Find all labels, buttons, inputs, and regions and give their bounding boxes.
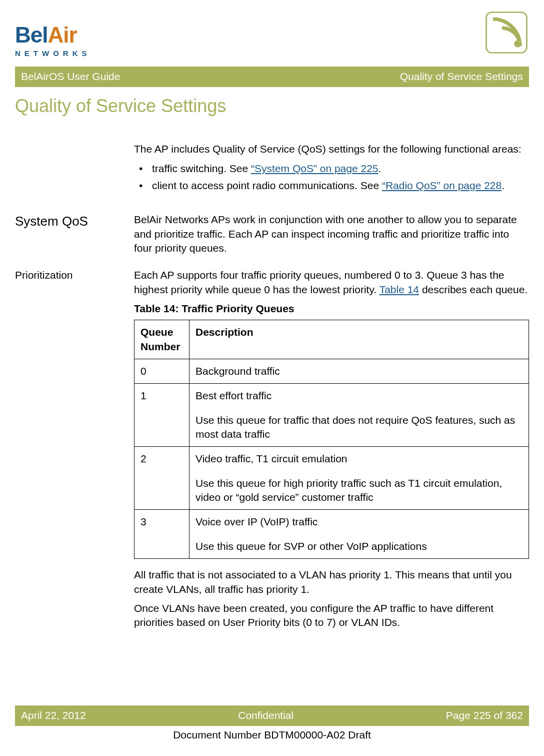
bullet-2-pre: client to access point radio communicati… (152, 180, 382, 191)
bullet-1-pre: traffic switching. See (152, 163, 251, 174)
th-queue-number: Queue Number (134, 320, 190, 359)
page-title: Quality of Service Settings (15, 94, 529, 119)
priority-queues-table: Queue Number Description 0 Background tr… (134, 320, 529, 559)
footer-docnum: Document Number BDTM00000-A02 Draft (0, 728, 544, 742)
cell-queue-num: 1 (134, 384, 190, 447)
footer-date: April 22, 2012 (21, 708, 86, 722)
intro-text: The AP includes Quality of Service (QoS)… (134, 142, 529, 156)
bullet-traffic-switching: traffic switching. See “System QoS” on p… (134, 162, 529, 176)
intro-bullets: traffic switching. See “System QoS” on p… (134, 162, 529, 193)
cell-desc: Voice over IP (VoIP) traffic Use this qu… (190, 510, 529, 559)
table-header-row: Queue Number Description (134, 320, 529, 359)
cell-desc-main: Background traffic (196, 365, 280, 377)
cell-desc: Video traffic, T1 circuit emulation Use … (190, 447, 529, 510)
prioritization-post: describes each queue. (419, 284, 528, 295)
cell-desc-main: Video traffic, T1 circuit emulation (196, 453, 348, 464)
table-caption: Table 14: Traffic Priority Queues (134, 302, 529, 316)
page-footer: April 22, 2012 Confidential Page 225 of … (0, 705, 544, 742)
after-table-p2: Once VLANs have been created, you config… (134, 601, 529, 630)
logo-brand: BelAir (15, 20, 91, 50)
after-table-p1: All traffic that is not associated to a … (134, 568, 529, 596)
cell-desc-main: Voice over IP (VoIP) traffic (196, 516, 318, 527)
header-left: BelAirOS User Guide (21, 70, 120, 84)
table-row: 2 Video traffic, T1 circuit emulation Us… (134, 447, 529, 510)
footer-page: Page 225 of 362 (446, 708, 523, 722)
page-header: BelAir NETWORKS (0, 0, 544, 67)
header-right: Quality of Service Settings (400, 70, 523, 84)
cell-queue-num: 0 (134, 359, 190, 384)
svg-point-1 (514, 40, 521, 47)
heading-prioritization: Prioritization (15, 268, 124, 282)
logo-part1: Bel (15, 23, 48, 47)
link-table-14[interactable]: Table 14 (380, 284, 419, 295)
prioritization-text: Each AP supports four traffic priority q… (134, 268, 529, 297)
logo: BelAir NETWORKS (15, 20, 91, 59)
cell-desc: Background traffic (190, 359, 529, 384)
logo-part2: Air (48, 23, 76, 47)
content: The AP includes Quality of Service (QoS)… (0, 142, 544, 634)
svg-rect-0 (486, 13, 527, 53)
footer-bar: April 22, 2012 Confidential Page 225 of … (15, 705, 529, 725)
cell-desc-sub: Use this queue for high priority traffic… (196, 476, 522, 505)
bullet-2-post: . (502, 180, 504, 191)
link-radio-qos[interactable]: “Radio QoS” on page 228 (382, 180, 502, 191)
header-bar: BelAirOS User Guide Quality of Service S… (15, 67, 529, 87)
table-row: 0 Background traffic (134, 359, 529, 384)
bullet-client-radio: client to access point radio communicati… (134, 179, 529, 193)
logo-sub: NETWORKS (15, 49, 91, 59)
bullet-1-post: . (378, 163, 382, 174)
footer-confidential: Confidential (238, 708, 294, 722)
system-qos-text: BelAir Networks APs work in conjunction … (134, 213, 529, 255)
wifi-emblem-icon (484, 10, 529, 59)
table-row: 1 Best effort traffic Use this queue for… (134, 384, 529, 447)
th-description: Description (190, 320, 529, 359)
cell-desc: Best effort traffic Use this queue for t… (190, 384, 529, 447)
cell-desc-sub: Use this queue for traffic that does not… (196, 413, 522, 442)
cell-queue-num: 3 (134, 510, 190, 559)
link-system-qos[interactable]: “System QoS” on page 225 (251, 163, 378, 174)
cell-queue-num: 2 (134, 447, 190, 510)
cell-desc-main: Best effort traffic (196, 390, 272, 401)
heading-system-qos: System QoS (15, 213, 124, 230)
table-row: 3 Voice over IP (VoIP) traffic Use this … (134, 510, 529, 559)
cell-desc-sub: Use this queue for SVP or other VoIP app… (196, 539, 522, 553)
